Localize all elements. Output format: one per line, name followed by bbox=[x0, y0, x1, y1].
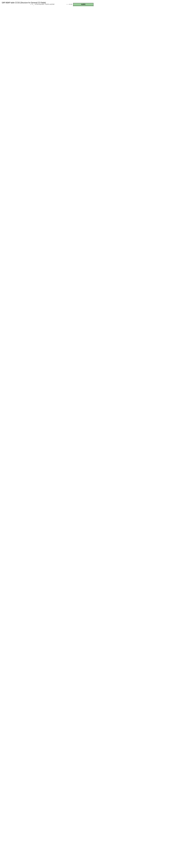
cardinality-label: 0..N bbox=[69, 3, 72, 5]
cardinality-label: 0..N bbox=[30, 3, 33, 5]
mapping-label: CCSS-AUFNR = AUFK-AUFNR bbox=[35, 3, 54, 5]
target-table-header: AUFK bbox=[73, 3, 93, 6]
target-field: MANDT [CLNT (3)] bbox=[73, 6, 93, 6]
target-table: AUFKMANDT [CLNT (3)]AUFNR [CHAR (12)] bbox=[73, 3, 94, 6]
